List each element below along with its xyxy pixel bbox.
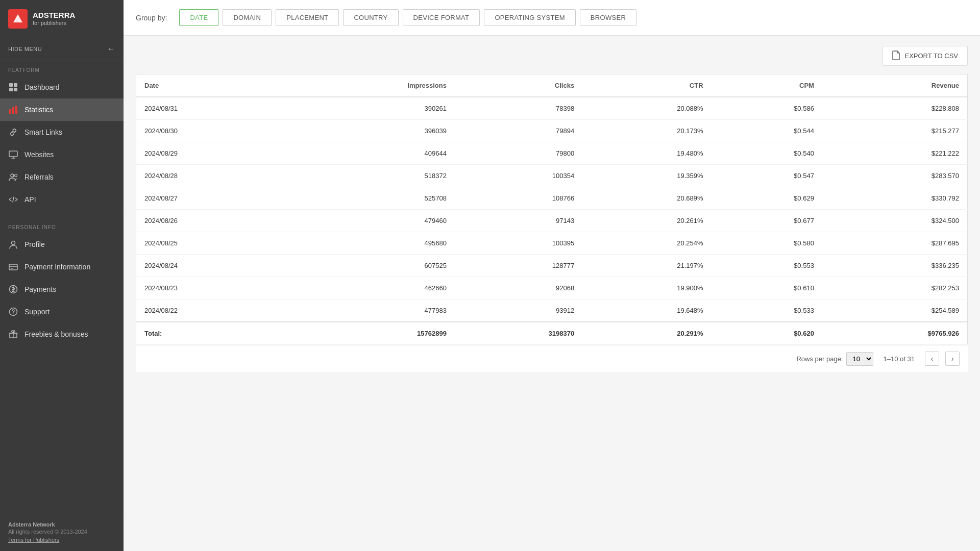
sidebar-freebies-label: Freebies & bonuses: [24, 330, 88, 338]
group-by-device-format-button[interactable]: DEVICE FORMAT: [403, 9, 480, 26]
cell-clicks-4: 108766: [455, 187, 582, 210]
cell-cpm-9: $0.533: [712, 299, 822, 322]
cell-impressions-4: 525708: [287, 187, 455, 210]
cell-impressions-3: 518372: [287, 165, 455, 187]
table-row: 2024/08/22 477983 93912 19.648% $0.533 $…: [136, 299, 968, 322]
svg-rect-3: [9, 88, 13, 91]
cell-cpm-5: $0.677: [712, 210, 822, 232]
table-row: 2024/08/29 409644 79800 19.480% $0.540 $…: [136, 142, 968, 165]
cell-clicks-6: 100395: [455, 232, 582, 255]
cell-date-1: 2024/08/30: [136, 120, 287, 142]
sidebar: ADSTERRA for publishers HIDE MENU ← PLAT…: [0, 0, 124, 551]
sidebar-item-dashboard[interactable]: Dashboard: [0, 76, 124, 98]
gift-icon: [8, 329, 18, 339]
cell-clicks-8: 92068: [455, 277, 582, 299]
svg-point-9: [11, 174, 14, 177]
svg-rect-12: [9, 264, 17, 270]
help-icon: [8, 307, 18, 317]
export-csv-button[interactable]: EXPORT TO CSV: [883, 46, 968, 66]
sidebar-item-referrals[interactable]: Referrals: [0, 166, 124, 188]
hide-menu-button[interactable]: HIDE MENU ←: [0, 38, 124, 60]
sidebar-item-profile[interactable]: Profile: [0, 233, 124, 256]
rows-per-page-select[interactable]: 10 25 50: [846, 352, 873, 366]
sidebar-item-statistics[interactable]: Statistics: [0, 98, 124, 121]
link-icon: [8, 127, 18, 137]
cell-revenue-6: $287.695: [822, 232, 968, 255]
cell-revenue-8: $282.253: [822, 277, 968, 299]
total-clicks: 3198370: [455, 322, 582, 345]
sidebar-footer: Adsterra Network All rights reserved © 2…: [0, 513, 124, 551]
group-by-label: Group by:: [136, 14, 167, 22]
footer-terms-link[interactable]: Terms for Publishers: [8, 537, 59, 543]
cell-clicks-5: 97143: [455, 210, 582, 232]
group-by-country-button[interactable]: COUNTRY: [343, 9, 398, 26]
cell-date-3: 2024/08/28: [136, 165, 287, 187]
svg-point-16: [13, 313, 13, 314]
sidebar-item-payments[interactable]: Payments: [0, 278, 124, 300]
cell-ctr-6: 20.254%: [582, 232, 711, 255]
table-row: 2024/08/24 607525 128777 21.197% $0.553 …: [136, 255, 968, 277]
table-area: EXPORT TO CSV Date Impressions Clicks CT…: [124, 36, 980, 551]
total-ctr: 20.291%: [582, 322, 711, 345]
cell-cpm-1: $0.544: [712, 120, 822, 142]
svg-point-10: [15, 174, 17, 177]
svg-rect-1: [9, 83, 13, 87]
sidebar-payments-label: Payments: [24, 285, 56, 293]
group-by-date-button[interactable]: DATE: [179, 9, 218, 26]
sidebar-item-payment-info[interactable]: Payment Information: [0, 256, 124, 278]
col-header-date: Date: [136, 74, 287, 97]
cell-ctr-4: 20.689%: [582, 187, 711, 210]
cell-cpm-6: $0.580: [712, 232, 822, 255]
svg-rect-7: [15, 106, 17, 114]
cell-impressions-6: 495680: [287, 232, 455, 255]
cell-revenue-7: $336.235: [822, 255, 968, 277]
bar-chart-icon: [8, 105, 18, 115]
cell-ctr-7: 21.197%: [582, 255, 711, 277]
svg-point-11: [12, 241, 15, 245]
sidebar-item-support[interactable]: Support: [0, 300, 124, 323]
card-icon: [8, 262, 18, 272]
page-next-button[interactable]: ›: [945, 352, 960, 366]
cell-date-2: 2024/08/29: [136, 142, 287, 165]
hide-menu-arrow-icon: ←: [107, 44, 116, 54]
group-by-domain-button[interactable]: DOMAIN: [223, 9, 272, 26]
total-revenue: $9765.926: [822, 322, 968, 345]
grid-icon: [8, 82, 18, 92]
col-header-cpm: CPM: [712, 74, 822, 97]
export-row: EXPORT TO CSV: [136, 46, 968, 66]
page-prev-button[interactable]: ‹: [925, 352, 939, 366]
hide-menu-label: HIDE MENU: [8, 46, 42, 52]
sidebar-divider: [0, 214, 124, 214]
sidebar-item-smart-links[interactable]: Smart Links: [0, 121, 124, 143]
cell-revenue-0: $228.808: [822, 97, 968, 120]
cell-clicks-1: 79894: [455, 120, 582, 142]
cell-impressions-0: 390261: [287, 97, 455, 120]
monitor-icon: [8, 149, 18, 160]
cell-ctr-3: 19.359%: [582, 165, 711, 187]
cell-ctr-0: 20.088%: [582, 97, 711, 120]
logo-text: ADSTERRA for publishers: [33, 11, 75, 27]
sidebar-api-label: API: [24, 195, 36, 204]
svg-rect-8: [9, 151, 17, 157]
group-by-operating-system-button[interactable]: OPERATING SYSTEM: [484, 9, 575, 26]
cell-revenue-5: $324.500: [822, 210, 968, 232]
code-icon: [8, 194, 18, 205]
group-by-browser-button[interactable]: BROWSER: [580, 9, 636, 26]
sidebar-statistics-label: Statistics: [24, 106, 53, 114]
cell-date-4: 2024/08/27: [136, 187, 287, 210]
cell-clicks-2: 79800: [455, 142, 582, 165]
sidebar-item-api[interactable]: API: [0, 188, 124, 211]
cell-revenue-1: $215.277: [822, 120, 968, 142]
sidebar-support-label: Support: [24, 308, 50, 316]
cell-revenue-3: $283.570: [822, 165, 968, 187]
sidebar-referrals-label: Referrals: [24, 173, 54, 181]
group-by-placement-button[interactable]: PLACEMENT: [276, 9, 339, 26]
cell-clicks-9: 93912: [455, 299, 582, 322]
cell-date-0: 2024/08/31: [136, 97, 287, 120]
col-header-clicks: Clicks: [455, 74, 582, 97]
sidebar-item-websites[interactable]: Websites: [0, 143, 124, 166]
cell-clicks-3: 100354: [455, 165, 582, 187]
svg-rect-6: [12, 107, 14, 114]
cell-date-5: 2024/08/26: [136, 210, 287, 232]
sidebar-item-freebies[interactable]: Freebies & bonuses: [0, 323, 124, 345]
